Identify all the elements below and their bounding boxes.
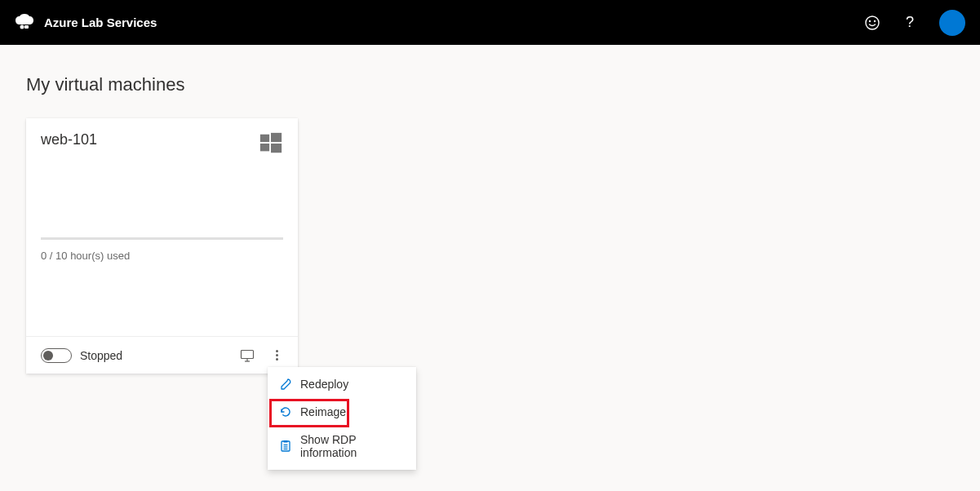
azure-lab-logo-icon [15,13,34,33]
vm-card-spacer [26,275,298,336]
connect-monitor-icon[interactable] [240,348,255,363]
svg-rect-5 [260,135,269,142]
svg-rect-6 [271,133,282,142]
power-toggle[interactable] [41,348,72,363]
vm-status-area: Stopped [41,348,122,363]
menu-label: Show RDP information [300,433,405,459]
menu-item-reimage[interactable]: Reimage [268,398,416,426]
wrench-icon [279,378,292,391]
svg-point-2 [866,16,879,29]
vm-context-menu: Redeploy Reimage Show RDP information [268,367,416,470]
vm-card-body [26,156,298,237]
top-header: Azure Lab Services ? [0,0,980,45]
refresh-icon [279,405,292,418]
feedback-icon[interactable] [864,15,880,31]
header-right: ? [864,10,965,36]
svg-point-0 [20,24,24,29]
vm-card-footer: Stopped [26,336,298,374]
svg-rect-7 [260,144,269,151]
more-menu-button[interactable] [271,347,283,364]
menu-label: Redeploy [300,378,348,391]
menu-label: Reimage [300,405,346,418]
svg-rect-13 [284,440,288,443]
page-title: My virtual machines [26,74,954,95]
windows-os-icon [259,131,283,156]
vm-usage-text: 0 / 10 hour(s) used [41,250,283,262]
vm-usage-section: 0 / 10 hour(s) used [26,237,298,275]
menu-item-rdp[interactable]: Show RDP information [268,426,416,467]
clipboard-icon [279,440,292,453]
vm-actions [240,347,283,364]
vm-status-text: Stopped [80,349,122,362]
main-content: My virtual machines web-101 0 / 10 hour(… [0,45,980,403]
svg-rect-12 [282,441,290,451]
avatar[interactable] [939,10,965,36]
usage-progress-bar [41,237,283,240]
svg-rect-9 [242,350,254,358]
vm-card: web-101 0 / 10 hour(s) used Stopped [26,118,298,374]
toggle-knob [43,351,53,361]
svg-rect-8 [271,144,282,153]
vm-card-header: web-101 [26,118,298,156]
svg-point-4 [875,20,876,21]
header-left: Azure Lab Services [15,13,157,33]
brand-label: Azure Lab Services [44,15,157,29]
menu-item-redeploy[interactable]: Redeploy [268,370,416,398]
svg-rect-1 [24,25,29,29]
vm-name: web-101 [41,131,97,148]
help-icon[interactable]: ? [902,15,918,31]
svg-point-3 [870,20,871,21]
